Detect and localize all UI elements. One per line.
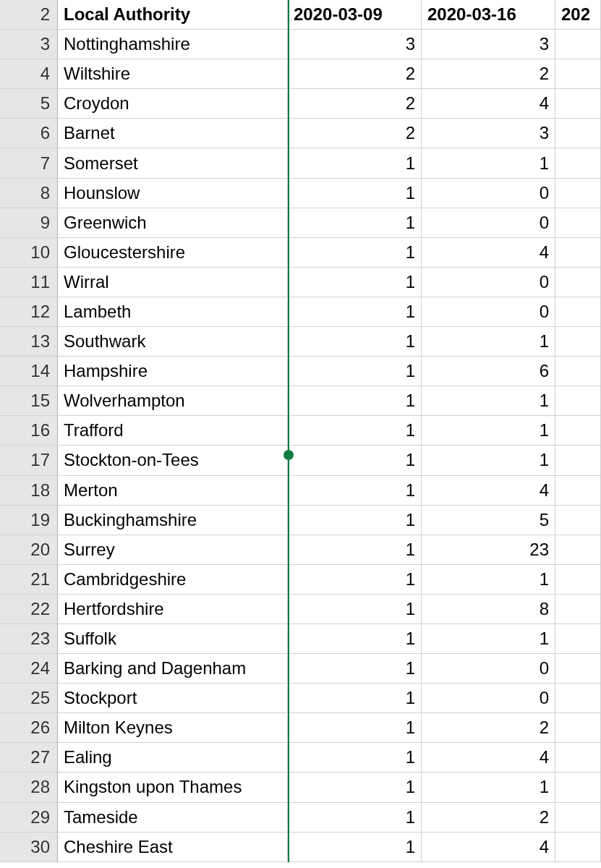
cell-value-date-3[interactable] <box>555 148 601 178</box>
row-number[interactable]: 28 <box>0 773 58 802</box>
cell-value-date-2[interactable]: 0 <box>422 268 555 297</box>
cell-value-date-3[interactable] <box>555 624 601 654</box>
cell-value-date-2[interactable]: 1 <box>422 773 555 802</box>
cell-value-date-1[interactable]: 1 <box>288 803 422 833</box>
cell-local-authority[interactable]: Lambeth <box>58 297 288 327</box>
spreadsheet-grid[interactable]: 2Local Authority2020-03-092020-03-162023… <box>0 0 601 862</box>
cell-value-date-3[interactable] <box>555 506 601 535</box>
cell-value-date-2[interactable]: 1 <box>422 386 555 416</box>
cell-value-date-1[interactable]: 1 <box>288 416 422 446</box>
cell-local-authority[interactable]: Somerset <box>58 148 288 178</box>
row-number[interactable]: 13 <box>0 327 58 357</box>
cell-value-date-3[interactable] <box>555 59 601 89</box>
column-header-date-1[interactable]: 2020-03-09 <box>288 0 422 30</box>
cell-value-date-3[interactable] <box>555 476 601 506</box>
cell-value-date-1[interactable]: 1 <box>288 297 422 327</box>
cell-local-authority[interactable]: Wirral <box>58 268 288 297</box>
cell-value-date-3[interactable] <box>555 743 601 773</box>
cell-value-date-2[interactable]: 2 <box>422 803 555 833</box>
cell-value-date-1[interactable]: 1 <box>288 684 422 713</box>
row-number[interactable]: 8 <box>0 179 58 208</box>
cell-value-date-1[interactable]: 2 <box>288 119 422 148</box>
cell-value-date-1[interactable]: 1 <box>288 357 422 386</box>
cell-value-date-1[interactable]: 1 <box>288 179 422 208</box>
cell-value-date-3[interactable] <box>555 238 601 268</box>
row-number[interactable]: 4 <box>0 59 58 89</box>
cell-local-authority[interactable]: Gloucestershire <box>58 238 288 268</box>
cell-local-authority[interactable]: Suffolk <box>58 624 288 654</box>
cell-value-date-2[interactable]: 4 <box>422 833 555 862</box>
cell-value-date-3[interactable] <box>555 713 601 743</box>
cell-value-date-1[interactable]: 2 <box>288 59 422 89</box>
cell-local-authority[interactable]: Nottinghamshire <box>58 30 288 59</box>
cell-value-date-2[interactable]: 3 <box>422 30 555 59</box>
row-number[interactable]: 17 <box>0 446 58 475</box>
cell-value-date-3[interactable] <box>555 208 601 238</box>
column-header-date-2[interactable]: 2020-03-16 <box>422 0 555 30</box>
row-number[interactable]: 23 <box>0 624 58 654</box>
cell-value-date-2[interactable]: 23 <box>422 535 555 565</box>
cell-local-authority[interactable]: Barnet <box>58 119 288 148</box>
row-number[interactable]: 24 <box>0 654 58 684</box>
cell-value-date-3[interactable] <box>555 684 601 713</box>
cell-value-date-1[interactable]: 1 <box>288 833 422 862</box>
cell-value-date-2[interactable]: 4 <box>422 238 555 268</box>
cell-value-date-3[interactable] <box>555 773 601 802</box>
cell-local-authority[interactable]: Hampshire <box>58 357 288 386</box>
cell-value-date-1[interactable]: 1 <box>288 565 422 595</box>
row-number[interactable]: 5 <box>0 89 58 119</box>
row-number[interactable]: 6 <box>0 119 58 148</box>
cell-value-date-3[interactable] <box>555 446 601 475</box>
cell-value-date-2[interactable]: 1 <box>422 148 555 178</box>
row-number[interactable]: 14 <box>0 357 58 386</box>
cell-value-date-3[interactable] <box>555 297 601 327</box>
cell-value-date-1[interactable]: 1 <box>288 476 422 506</box>
row-number[interactable]: 21 <box>0 565 58 595</box>
row-number[interactable]: 10 <box>0 238 58 268</box>
cell-local-authority[interactable]: Merton <box>58 476 288 506</box>
cell-local-authority[interactable]: Greenwich <box>58 208 288 238</box>
cell-value-date-3[interactable] <box>555 595 601 624</box>
cell-value-date-2[interactable]: 3 <box>422 119 555 148</box>
row-number[interactable]: 26 <box>0 713 58 743</box>
cell-local-authority[interactable]: Croydon <box>58 89 288 119</box>
cell-value-date-1[interactable]: 1 <box>288 654 422 684</box>
cell-value-date-1[interactable]: 1 <box>288 773 422 802</box>
cell-value-date-3[interactable] <box>555 803 601 833</box>
row-number[interactable]: 25 <box>0 684 58 713</box>
row-number[interactable]: 27 <box>0 743 58 773</box>
cell-value-date-2[interactable]: 0 <box>422 654 555 684</box>
cell-value-date-2[interactable]: 2 <box>422 59 555 89</box>
cell-value-date-1[interactable]: 1 <box>288 327 422 357</box>
cell-local-authority[interactable]: Cambridgeshire <box>58 565 288 595</box>
cell-local-authority[interactable]: Wiltshire <box>58 59 288 89</box>
row-number[interactable]: 30 <box>0 833 58 862</box>
cell-value-date-3[interactable] <box>555 119 601 148</box>
cell-value-date-3[interactable] <box>555 565 601 595</box>
cell-value-date-1[interactable]: 1 <box>288 208 422 238</box>
cell-value-date-3[interactable] <box>555 327 601 357</box>
cell-value-date-1[interactable]: 1 <box>288 743 422 773</box>
cell-value-date-1[interactable]: 3 <box>288 30 422 59</box>
cell-value-date-2[interactable]: 1 <box>422 327 555 357</box>
row-number[interactable]: 3 <box>0 30 58 59</box>
row-number[interactable]: 22 <box>0 595 58 624</box>
row-number[interactable]: 18 <box>0 476 58 506</box>
row-number[interactable]: 20 <box>0 535 58 565</box>
cell-local-authority[interactable]: Hounslow <box>58 179 288 208</box>
cell-value-date-2[interactable]: 4 <box>422 476 555 506</box>
cell-value-date-3[interactable] <box>555 535 601 565</box>
cell-value-date-2[interactable]: 1 <box>422 416 555 446</box>
row-number[interactable]: 7 <box>0 148 58 178</box>
cell-value-date-2[interactable]: 0 <box>422 684 555 713</box>
cell-value-date-2[interactable]: 4 <box>422 743 555 773</box>
cell-local-authority[interactable]: Ealing <box>58 743 288 773</box>
cell-local-authority[interactable]: Hertfordshire <box>58 595 288 624</box>
cell-value-date-2[interactable]: 8 <box>422 595 555 624</box>
cell-value-date-2[interactable]: 6 <box>422 357 555 386</box>
cell-value-date-2[interactable]: 0 <box>422 297 555 327</box>
cell-value-date-2[interactable]: 5 <box>422 506 555 535</box>
row-number[interactable]: 29 <box>0 803 58 833</box>
cell-value-date-3[interactable] <box>555 179 601 208</box>
cell-value-date-1[interactable]: 1 <box>288 595 422 624</box>
